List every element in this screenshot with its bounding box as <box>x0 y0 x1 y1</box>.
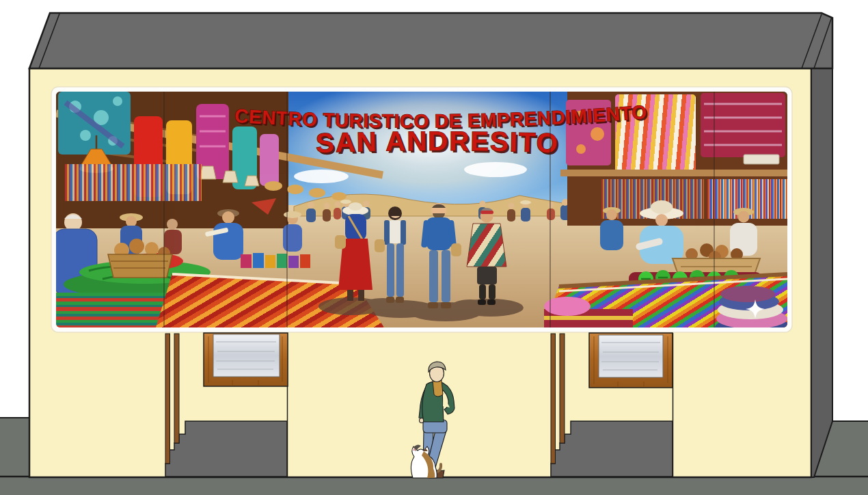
roof-band <box>29 13 832 68</box>
mural-billboard: CENTRO TURISTICO DE EMPRENDIMIENTO CENTR… <box>51 79 792 338</box>
roof <box>29 13 832 68</box>
hanging-textile-red-patterned <box>701 93 785 157</box>
hanging-textile-pink <box>260 134 279 186</box>
window-panel <box>599 335 663 377</box>
window-panel <box>213 334 280 377</box>
shoulder-bag <box>335 235 346 249</box>
person-scarf <box>433 380 443 397</box>
shopping-bag <box>451 243 461 256</box>
stall-sign <box>744 155 779 164</box>
window-left <box>204 333 288 386</box>
door-post <box>560 334 565 443</box>
building-elevation-canvas: CENTRO TURISTICO DE EMPRENDIMIENTO CENTR… <box>0 0 868 495</box>
cloud <box>464 162 527 177</box>
awning-beam-right <box>560 170 787 176</box>
side-wall-right <box>811 68 832 477</box>
cloud <box>294 170 349 183</box>
mural-scene: CENTRO TURISTICO DE EMPRENDIMIENTO CENTR… <box>53 79 791 338</box>
pink-textile-pile <box>544 297 591 316</box>
ground-strip <box>0 477 868 495</box>
table-skirt-stripe <box>544 316 633 320</box>
architectural-elevation: CENTRO TURISTICO DE EMPRENDIMIENTO CENTR… <box>0 0 868 495</box>
fabric-shelf-left <box>65 164 202 201</box>
door-post <box>551 334 556 464</box>
tote-bag <box>375 239 385 252</box>
door-post <box>165 334 170 464</box>
window-right <box>589 333 673 388</box>
door-post <box>174 334 179 443</box>
mural-title-line2: SAN ANDRESITO <box>315 126 559 159</box>
